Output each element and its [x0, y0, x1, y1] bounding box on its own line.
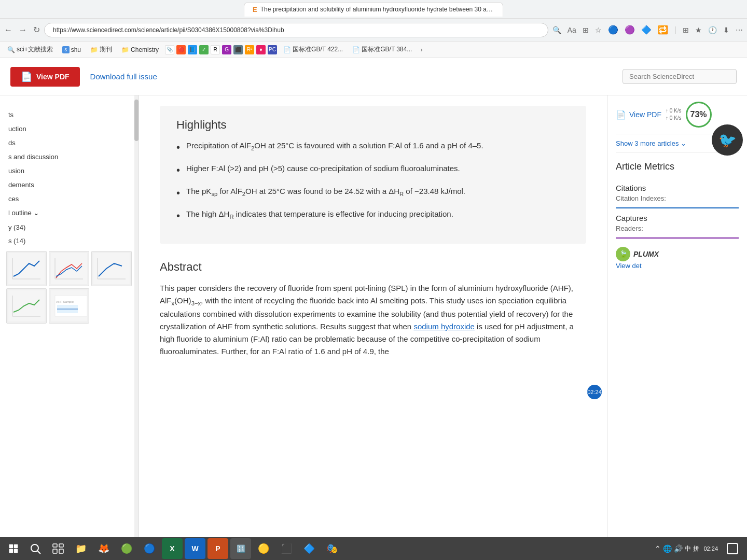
nav-item-usion[interactable]: usion — [0, 164, 139, 178]
browser-tab-bar: E The precipitation and solubility of al… — [0, 0, 747, 19]
bookmark-journal[interactable]: 📁 期刊 — [87, 44, 115, 55]
tab-favicon: E — [253, 6, 257, 13]
bookmark-icon[interactable]: ☆ — [595, 26, 602, 34]
refresh-icon[interactable]: ↻ — [33, 25, 40, 35]
full-outline-toggle[interactable]: l outline ⌄ — [0, 206, 139, 220]
thumb-5[interactable]: AHF Sample — [49, 288, 89, 324]
bm-favicon-6[interactable]: G — [222, 45, 231, 54]
nav-item-discussion[interactable]: s and discussion — [0, 150, 139, 164]
notification-icon[interactable] — [722, 538, 743, 559]
taskbar-app2[interactable]: 🟡 — [253, 538, 274, 559]
bookmark-sci-label: sci+文献搜索 — [17, 45, 53, 54]
show-more-articles-btn[interactable]: Show 3 more articles ⌄ — [616, 139, 686, 147]
svg-rect-0 — [8, 253, 45, 284]
avatar: 🐦 — [712, 124, 743, 156]
article-metrics-title: Article Metrics — [616, 161, 739, 172]
fav-icon[interactable]: ★ — [695, 26, 702, 34]
new-tab-icon[interactable]: ⊞ — [683, 26, 689, 34]
taskbar-chrome[interactable]: 🔵 — [139, 538, 160, 559]
bookmark-gb1-label: 国标准GB/T 422... — [293, 45, 343, 54]
bm-favicon-8[interactable]: R² — [245, 45, 254, 54]
chevron-up-icon[interactable]: ⌃ — [655, 544, 661, 553]
bm-favicon-1[interactable]: 📎 — [165, 45, 174, 54]
zoom-icon[interactable]: 🔍 — [552, 26, 561, 34]
thumb-1[interactable] — [6, 251, 47, 286]
nav-item-ts[interactable]: ts — [0, 108, 139, 122]
input-icon[interactable]: 拼 — [693, 544, 699, 553]
sodium-hydroxide-link[interactable]: sodium hydroxide — [413, 322, 475, 331]
speaker-icon[interactable]: 🔊 — [674, 544, 683, 553]
abstract-text: This paper considers the recovery of flu… — [160, 282, 586, 358]
ext4-icon[interactable]: 🔁 — [658, 25, 668, 35]
taskbar-app3[interactable]: ⬛ — [276, 538, 297, 559]
search-sciencedirect-input[interactable] — [622, 69, 737, 84]
highlight-item-2: • Higher F:Al (>2) and pH (>5) cause co-… — [176, 163, 570, 177]
bookmark-gb2[interactable]: 📄 国标准GB/T 384... — [349, 44, 415, 55]
bookmark-shu-icon: s — [62, 46, 70, 53]
bm-favicon-2[interactable]: 🔴 — [176, 45, 186, 54]
history-icon[interactable]: 🕐 — [708, 26, 717, 34]
bm-favicon-10[interactable]: PC — [268, 45, 277, 54]
taskbar-firefox[interactable]: 🦊 — [93, 538, 114, 559]
taskbar-app1[interactable]: 🟢 — [116, 538, 137, 559]
right-sidebar: 📄 View PDF ↑ 0 K/s ↑ 0 K/s 73% Show 3 mo… — [607, 95, 747, 537]
taskbar-task-view[interactable] — [48, 538, 68, 559]
taskbar-word[interactable]: W — [185, 538, 205, 559]
bm-favicon-7[interactable]: ⬛ — [233, 45, 243, 54]
ext1-icon[interactable]: 🔵 — [608, 25, 618, 35]
view-pdf-button[interactable]: 📄 View PDF — [10, 67, 80, 87]
taskbar-calc[interactable]: 🔢 — [230, 538, 251, 559]
taskbar-clock[interactable]: 02:24 — [703, 545, 718, 552]
captures-row: Captures Readers: — [616, 208, 739, 239]
bookmark-chemistry[interactable]: 📁 Chemistry — [118, 45, 162, 54]
nav-item-ds[interactable]: ds — [0, 136, 139, 150]
refs-label: s (14) — [8, 237, 25, 245]
thumb-2[interactable] — [49, 251, 89, 286]
ime-icon[interactable]: 中 — [685, 544, 691, 553]
taskbar-app5[interactable]: 🎭 — [322, 538, 342, 559]
highlight-item-3: • The pKsp for AlF2OH at 25°C was found … — [176, 186, 570, 200]
browser-tab[interactable]: E The precipitation and solubility of al… — [244, 2, 503, 17]
bm-favicon-3[interactable]: 📘 — [188, 45, 197, 54]
menu-icon[interactable]: ⋯ — [736, 26, 743, 34]
plumx-leaf: 🍃 — [619, 250, 628, 258]
taskbar-excel[interactable]: X — [162, 538, 183, 559]
reader-icon[interactable]: Aa — [568, 26, 576, 34]
screenshot-icon[interactable]: ⊞ — [583, 26, 589, 34]
ext2-icon[interactable]: 🟣 — [625, 25, 635, 35]
taskbar-ppt[interactable]: P — [208, 538, 228, 559]
svg-rect-23 — [53, 544, 57, 547]
nav-item-ces[interactable]: ces — [0, 192, 139, 206]
highlights-box: Highlights • Precipitation of AlF2OH at … — [160, 106, 586, 244]
taskbar-app4[interactable]: 🔷 — [299, 538, 320, 559]
download-full-issue-link[interactable]: Download full issue — [90, 72, 157, 81]
plumx-icon: 🍃 — [616, 247, 630, 261]
bm-favicon-9[interactable]: ♦ — [256, 45, 266, 54]
ext3-icon[interactable]: 🔷 — [641, 25, 652, 35]
right-view-pdf-link[interactable]: View PDF — [629, 104, 661, 125]
view-details-label: View det — [616, 262, 642, 270]
bookmark-sci[interactable]: 🔍 sci+文献搜索 — [4, 44, 56, 55]
taskbar-search[interactable] — [25, 538, 46, 559]
bm-favicon-4[interactable]: ✓ — [199, 45, 209, 54]
download-icon[interactable]: ⬇ — [723, 26, 729, 34]
thumb-3[interactable] — [91, 251, 132, 286]
view-details-link[interactable]: View det — [616, 262, 642, 270]
bm-favicon-5[interactable]: R — [211, 45, 220, 54]
address-input[interactable] — [44, 23, 548, 37]
bookmark-chemistry-label: Chemistry — [131, 46, 159, 53]
start-button[interactable] — [4, 539, 23, 558]
network-icon[interactable]: 🌐 — [663, 544, 672, 553]
back-icon[interactable]: ← — [4, 25, 12, 35]
taskbar-files[interactable]: 📁 — [71, 538, 91, 559]
bookmarks-more[interactable]: › — [420, 46, 422, 53]
chevron-down-icon-2: ⌄ — [681, 139, 686, 147]
nav-item-0[interactable] — [0, 102, 139, 108]
nav-item-uction[interactable]: uction — [0, 122, 139, 136]
rate2: ↑ 0 K/s — [666, 115, 682, 122]
nav-item-dements[interactable]: dements — [0, 178, 139, 192]
forward-icon[interactable]: → — [19, 25, 27, 35]
thumb-4[interactable] — [6, 288, 47, 324]
bookmark-gb1[interactable]: 📄 国标准GB/T 422... — [280, 44, 346, 55]
bookmark-shu[interactable]: s shu — [59, 45, 84, 54]
